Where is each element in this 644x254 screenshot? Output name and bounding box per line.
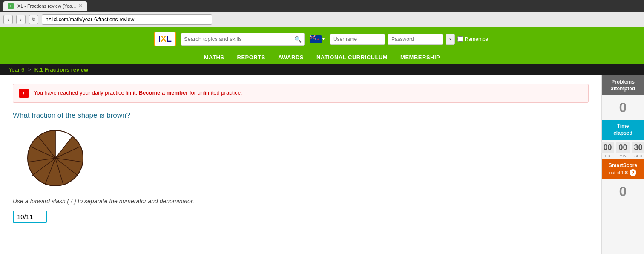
alert-text: You have reached your daily practice lim… — [34, 89, 242, 97]
search-icon: 🔍 — [294, 36, 302, 43]
breadcrumb-separator: > — [28, 66, 31, 73]
answer-input[interactable] — [13, 211, 47, 223]
ixl-logo[interactable]: IXL — [154, 32, 176, 46]
smart-score-sub: out of 100 ? — [610, 170, 636, 175]
breadcrumb-current: K.1 Fractions review — [34, 66, 88, 73]
address-bar-row: ‹ › ↻ — [0, 12, 644, 27]
nav-national-curriculum[interactable]: NATIONAL CURRICULUM — [316, 51, 388, 64]
remember-label[interactable]: Remember — [457, 36, 490, 42]
top-bar: IXL 🔍 ★ ▾ › — [0, 32, 644, 51]
pie-container — [26, 128, 589, 189]
search-input[interactable] — [184, 36, 294, 42]
timer-sec-label: SEC — [632, 154, 644, 158]
question-text: What fraction of the shape is brown? — [13, 111, 589, 120]
tab-favicon: I — [8, 3, 14, 9]
become-member-link[interactable]: Become a member — [139, 89, 188, 96]
time-elapsed-header: Timeelapsed — [602, 120, 644, 140]
nav-awards[interactable]: AWARDS — [278, 51, 304, 64]
timer-hr-value: 00 — [601, 142, 614, 153]
nav-reports[interactable]: REPORTS — [237, 51, 265, 64]
smart-score-label: SmartScore — [609, 162, 637, 168]
main-layout: ! You have reached your daily practice l… — [0, 75, 644, 254]
alert-message-after: for unlimited practice. — [190, 89, 242, 96]
flag-dropdown[interactable]: ▾ — [322, 37, 325, 41]
main-nav: MATHS REPORTS AWARDS NATIONAL CURRICULUM… — [0, 51, 644, 64]
smart-score-header: SmartScore out of 100 ? — [602, 159, 644, 179]
problems-label: Problemsattempted — [611, 79, 635, 92]
password-input[interactable] — [388, 34, 443, 45]
breadcrumb-parent[interactable]: Year 6 — [9, 66, 24, 73]
nz-flag: ★ — [310, 35, 322, 43]
forward-button[interactable]: › — [16, 15, 26, 24]
back-button[interactable]: ‹ — [3, 15, 13, 24]
timer-sec: 30 SEC — [632, 142, 644, 158]
svg-text:★: ★ — [317, 38, 319, 41]
help-icon[interactable]: ? — [630, 169, 636, 176]
timer-row: 00 HR 00 MIN 30 SEC — [602, 140, 644, 159]
alert-banner: ! You have reached your daily practice l… — [13, 84, 589, 103]
flag-container: ★ ▾ — [310, 35, 325, 43]
nav-maths[interactable]: MATHS — [204, 51, 224, 64]
tab-title: IXL - Fractions review (Yea... — [16, 3, 76, 9]
timer-hr: 00 HR — [601, 142, 614, 158]
timer-sec-value: 30 — [632, 142, 644, 153]
content-area: ! You have reached your daily practice l… — [0, 75, 601, 254]
timer-min: 00 MIN — [616, 142, 630, 158]
browser-tab[interactable]: I IXL - Fractions review (Yea... ✕ — [3, 1, 87, 11]
refresh-button[interactable]: ↻ — [29, 15, 38, 24]
problems-header: Problemsattempted — [602, 75, 644, 95]
problems-value: 0 — [602, 95, 644, 120]
timer-min-label: MIN — [616, 154, 630, 158]
breadcrumb-bar: Year 6 > K.1 Fractions review — [0, 64, 644, 75]
pie-chart — [26, 128, 85, 188]
ixl-header: IXL 🔍 ★ ▾ › — [0, 27, 644, 64]
auth-inputs: › Remember — [330, 34, 490, 45]
sidebar: Problemsattempted 0 Timeelapsed 00 HR 00… — [601, 75, 644, 254]
username-input[interactable] — [330, 34, 385, 45]
alert-icon: ! — [19, 89, 29, 98]
remember-checkbox[interactable] — [457, 36, 463, 42]
timer-min-value: 00 — [616, 142, 630, 153]
alert-message-before: You have reached your daily practice lim… — [34, 89, 137, 96]
browser-chrome: I IXL - Fractions review (Yea... ✕ — [0, 0, 644, 12]
nav-membership[interactable]: MEMBERSHIP — [400, 51, 440, 64]
instruction-text: Use a forward slash ( / ) to separate th… — [13, 198, 589, 205]
timer-hr-label: HR — [601, 154, 614, 158]
address-input[interactable] — [42, 14, 212, 25]
time-label: Timeelapsed — [613, 123, 632, 136]
search-box[interactable]: 🔍 — [181, 33, 305, 46]
smart-score-value: 0 — [602, 179, 644, 204]
login-button[interactable]: › — [446, 34, 455, 45]
tab-close-button[interactable]: ✕ — [78, 3, 83, 9]
